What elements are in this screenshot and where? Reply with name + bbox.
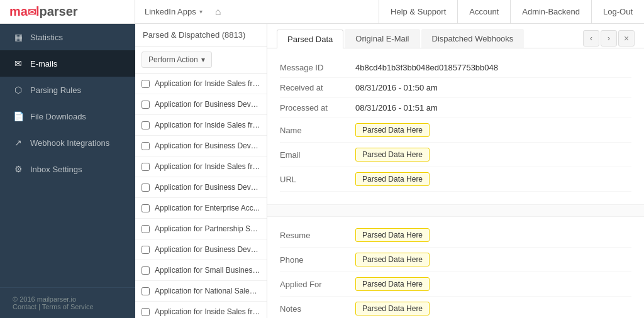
email-checkbox[interactable] [142, 163, 150, 171]
nav-right: Help & Support Account Admin-Backend Log… [379, 0, 644, 23]
admin-backend-nav[interactable]: Admin-Backend [510, 0, 591, 23]
received-at-label: Received at [280, 83, 355, 92]
tab-original-email[interactable]: Original E-Mail [345, 29, 419, 48]
list-item[interactable]: Application for Partnership Sa... [135, 219, 267, 239]
detail-row-url: URL Parsed Data Here [280, 167, 631, 192]
email-checkbox[interactable] [142, 142, 150, 150]
detail-row-received: Received at 08/31/2016 - 01:50 am [280, 78, 631, 98]
sidebar-item-emails[interactable]: ✉ E-mails [0, 50, 135, 77]
email-item-text: Application for Inside Sales fro... [155, 121, 260, 129]
contact-link[interactable]: Contact [13, 303, 36, 310]
logo: ma✉lparser [9, 4, 78, 19]
tab-parsed-data[interactable]: Parsed Data [277, 30, 343, 48]
email-list-toolbar: Perform Action ▾ [135, 47, 267, 74]
processed-at-value: 08/31/2016 - 01:51 am [355, 103, 438, 112]
footer-links: Contact | Terms of Service [13, 303, 123, 310]
email-checkbox[interactable] [142, 266, 150, 275]
phone-label: Phone [280, 255, 355, 265]
phone-parsed-badge: Parsed Data Here [355, 253, 430, 266]
home-icon[interactable]: ⌂ [215, 6, 221, 18]
list-item[interactable]: Application for Business Devel... [135, 136, 267, 156]
sidebar-footer: © 2016 mailparser.io Contact | Terms of … [0, 287, 135, 318]
email-label: Email [280, 150, 355, 160]
email-checkbox[interactable] [142, 308, 150, 316]
list-item[interactable]: Application for Inside Sales fro... [135, 156, 267, 177]
detail-tabs: Parsed Data Original E-Mail Dispatched W… [267, 24, 644, 48]
sidebar-item-webhook-integrations[interactable]: ↗ Webhook Integrations [0, 129, 135, 156]
tab-close-button[interactable]: × [618, 30, 635, 47]
detail-row-message-id: Message ID 4b8cd4b1b3f3bb048ed01857753bb… [280, 58, 631, 78]
detail-content: Message ID 4b8cd4b1b3f3bb048ed01857753bb… [267, 48, 644, 318]
settings-icon: ⚙ [13, 164, 24, 174]
resume-label: Resume [280, 231, 355, 240]
name-parsed-badge: Parsed Data Here [355, 123, 430, 137]
name-label: Name [280, 126, 355, 135]
sidebar-item-inbox-settings[interactable]: ⚙ Inbox Settings [0, 156, 135, 182]
resume-parsed-badge: Parsed Data Here [355, 228, 430, 242]
list-item[interactable]: Application for Inside Sales fro... [135, 115, 267, 136]
email-item-text: Application for Business Devel... [155, 100, 260, 109]
email-list-header: Parsed & Dispatched (8813) [135, 24, 267, 47]
tab-prev-button[interactable]: ‹ [583, 30, 599, 47]
received-at-value: 08/31/2016 - 01:50 am [355, 83, 438, 92]
list-item[interactable]: Application for Business Devel... [135, 239, 267, 260]
tab-dispatched-webhooks[interactable]: Dispatched Webhooks [421, 29, 525, 48]
sidebar-item-statistics[interactable]: ▦ Statistics [0, 24, 135, 50]
notes-label: Notes [280, 304, 355, 314]
detail-row-processed: Processed at 08/31/2016 - 01:51 am [280, 98, 631, 118]
email-list-items: Application for Inside Sales fro... Appl… [135, 74, 267, 318]
detail-section-main: Message ID 4b8cd4b1b3f3bb048ed01857753bb… [267, 55, 644, 201]
account-nav[interactable]: Account [457, 0, 510, 23]
sidebar-item-file-downloads[interactable]: 📄 File Downloads [0, 103, 135, 129]
email-checkbox[interactable] [142, 121, 150, 129]
email-checkbox[interactable] [142, 184, 150, 192]
sidebar-item-parsing-rules[interactable]: ⬡ Parsing Rules [0, 77, 135, 103]
detail-section-secondary: Resume Parsed Data Here Phone Parsed Dat… [267, 220, 644, 318]
detail-row-notes: Notes Parsed Data Here [280, 297, 631, 318]
message-id-value: 4b8cd4b1b3f3bb048ed01857753bb048 [355, 63, 498, 72]
email-parsed-badge: Parsed Data Here [355, 148, 430, 162]
linkedin-apps-dropdown[interactable]: LinkedIn Apps ▾ [145, 7, 203, 16]
email-item-text: Application for National Sales ... [155, 287, 260, 295]
list-item[interactable]: Application for Inside Sales fro... [135, 302, 267, 318]
notes-parsed-badge: Parsed Data Here [355, 302, 430, 315]
tab-next-button[interactable]: › [601, 30, 617, 47]
applied-for-parsed-badge: Parsed Data Here [355, 277, 430, 291]
parsing-rules-icon: ⬡ [13, 85, 24, 95]
sidebar-item-file-downloads-label: File Downloads [30, 112, 86, 121]
email-list-panel: Parsed & Dispatched (8813) Perform Actio… [135, 24, 267, 318]
detail-row-name: Name Parsed Data Here [280, 118, 631, 143]
email-checkbox[interactable] [142, 225, 150, 233]
list-item[interactable]: Application for National Sales ... [135, 281, 267, 302]
applied-for-label: Applied For [280, 280, 355, 289]
top-nav: ma✉lparser LinkedIn Apps ▾ ⌂ Help & Supp… [0, 0, 644, 24]
logout-nav[interactable]: Log-Out [591, 0, 644, 23]
url-parsed-badge: Parsed Data Here [355, 172, 430, 186]
list-item[interactable]: Application for Business Devel... [135, 177, 267, 198]
sidebar-item-emails-label: E-mails [30, 59, 57, 69]
perform-action-button[interactable]: Perform Action ▾ [142, 52, 212, 68]
message-id-label: Message ID [280, 63, 355, 72]
email-checkbox[interactable] [142, 204, 150, 212]
webhook-icon: ↗ [13, 138, 24, 148]
list-item[interactable]: Application for Business Devel... [135, 94, 267, 115]
sidebar-item-webhook-label: Webhook Integrations [30, 138, 109, 148]
list-item[interactable]: Application for Enterprise Acc... [135, 198, 267, 219]
list-item[interactable]: Application for Small Business... [135, 260, 267, 281]
email-checkbox[interactable] [142, 101, 150, 109]
terms-link[interactable]: Terms of Service [42, 303, 94, 310]
email-checkbox[interactable] [142, 287, 150, 295]
help-support-nav[interactable]: Help & Support [379, 0, 457, 23]
email-item-text: Application for Partnership Sa... [155, 224, 260, 233]
sidebar-item-inbox-settings-label: Inbox Settings [30, 165, 82, 174]
email-checkbox[interactable] [142, 246, 150, 254]
list-item[interactable]: Application for Inside Sales fro... [135, 74, 267, 94]
nav-center: LinkedIn Apps ▾ ⌂ [135, 6, 379, 18]
tab-nav-buttons: ‹ › × [583, 30, 635, 47]
dropdown-arrow-icon: ▾ [201, 55, 205, 64]
email-item-text: Application for Business Devel... [155, 245, 260, 254]
emails-icon: ✉ [13, 58, 24, 69]
email-item-text: Application for Small Business... [155, 266, 260, 275]
email-item-text: Application for Inside Sales fro... [155, 79, 260, 88]
email-checkbox[interactable] [142, 80, 150, 88]
